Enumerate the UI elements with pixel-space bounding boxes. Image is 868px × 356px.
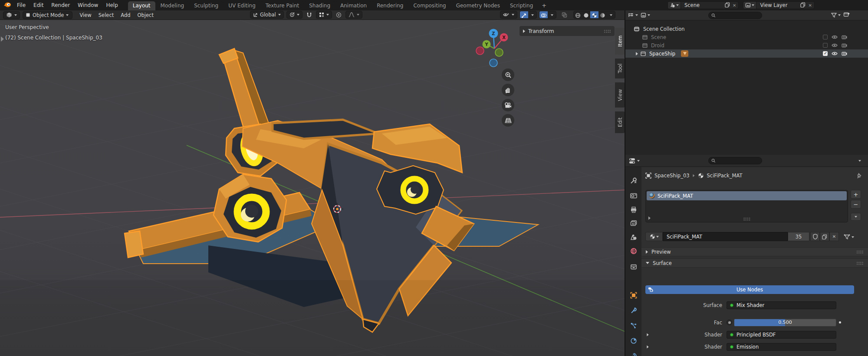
shading-dropdown[interactable]: [607, 11, 615, 19]
sidebar-tab-tool[interactable]: Tool: [615, 59, 625, 78]
surface-section-header[interactable]: Surface: [641, 258, 868, 268]
pin-icon[interactable]: [856, 173, 862, 180]
unlink-material-button[interactable]: ✕: [829, 232, 839, 241]
tab-physics-icon[interactable]: [627, 335, 640, 347]
scene-unlink-icon[interactable]: ✕: [733, 3, 736, 8]
view-layer-browse-button[interactable]: [743, 2, 756, 9]
fac-slider[interactable]: 0.500: [734, 319, 836, 327]
snap-toggle[interactable]: [305, 11, 313, 19]
gizmos-dropdown[interactable]: [528, 11, 536, 19]
fake-user-shield-button[interactable]: [810, 232, 820, 241]
tab-render-icon[interactable]: [627, 189, 640, 202]
tab-object-icon[interactable]: [627, 289, 640, 301]
sidebar-tab-view[interactable]: View: [615, 82, 625, 108]
show-gizmos-toggle[interactable]: [520, 11, 528, 19]
shading-solid-button[interactable]: [582, 11, 590, 19]
breadcrumb-object[interactable]: SpaceShip_03: [654, 173, 690, 179]
menu-object[interactable]: Object: [134, 12, 157, 18]
shader2-field[interactable]: Emission: [727, 343, 836, 351]
object-visibility-dropdown[interactable]: [500, 11, 517, 19]
material-name-field[interactable]: SciFiPack_MAT: [663, 232, 788, 241]
properties-search[interactable]: [708, 157, 762, 164]
tab-view-layer-icon[interactable]: [627, 217, 640, 229]
material-slot-list[interactable]: SciFiPack_MAT: [645, 190, 848, 222]
show-overlays-toggle[interactable]: [539, 11, 548, 19]
view-layer-remove-icon[interactable]: ✕: [808, 3, 812, 8]
menu-help[interactable]: Help: [102, 0, 122, 10]
slot-specials-dropdown[interactable]: [851, 213, 861, 221]
material-slot-selected[interactable]: SciFiPack_MAT: [647, 191, 847, 200]
view-layer-name[interactable]: View Layer: [756, 2, 798, 8]
exclude-checkbox[interactable]: [823, 43, 828, 48]
new-material-copy-button[interactable]: [820, 232, 829, 241]
menu-edit[interactable]: Edit: [30, 0, 47, 10]
tab-tool-icon[interactable]: [627, 175, 640, 187]
tab-layout[interactable]: Layout: [128, 1, 155, 10]
sidebar-tab-item[interactable]: Item: [615, 28, 625, 55]
zoom-view-button[interactable]: [502, 69, 514, 81]
tab-texture-paint[interactable]: Texture Paint: [261, 1, 304, 10]
fac-socket-icon[interactable]: [727, 320, 732, 325]
proportional-editing-toggle[interactable]: [335, 11, 343, 19]
outliner-row-scene[interactable]: Scene: [625, 33, 868, 41]
use-nodes-button[interactable]: Use Nodes: [645, 285, 854, 294]
hide-viewport-eye-icon[interactable]: [832, 43, 838, 48]
tab-collection-icon[interactable]: [627, 261, 640, 273]
tab-scene-icon[interactable]: [627, 231, 640, 243]
toolbar-expand-arrow[interactable]: [1, 36, 4, 42]
menu-window[interactable]: Window: [74, 0, 102, 10]
overlays-dropdown[interactable]: [548, 11, 556, 19]
panel-grip-icon[interactable]: [604, 29, 611, 33]
tab-compositing[interactable]: Compositing: [408, 1, 450, 10]
hide-viewport-eye-icon[interactable]: [832, 51, 838, 56]
pivot-point-dropdown[interactable]: [286, 11, 302, 19]
disable-render-camera-icon[interactable]: [842, 51, 847, 56]
breadcrumb-material[interactable]: SciFiPack_MAT: [707, 173, 743, 179]
viewport-3d[interactable]: Object Mode View Select Add Object Globa…: [0, 10, 625, 356]
scene-name[interactable]: Scene: [681, 2, 723, 8]
toggle-perspective-button[interactable]: [502, 114, 514, 127]
scene-browse-button[interactable]: [668, 2, 681, 9]
expand-icon[interactable]: [647, 333, 648, 336]
tab-world-icon[interactable]: [627, 245, 640, 257]
users-count-button[interactable]: 35: [788, 232, 809, 241]
new-collection-button[interactable]: [843, 12, 850, 19]
outliner-row-scene-collection[interactable]: Scene Collection: [625, 25, 868, 33]
transform-panel-header[interactable]: Transform: [519, 26, 615, 36]
blender-logo-icon[interactable]: [3, 2, 11, 9]
shading-material-button[interactable]: [590, 11, 598, 19]
transform-orientation-dropdown[interactable]: Global: [250, 11, 284, 19]
tab-shading[interactable]: Shading: [304, 1, 335, 10]
pan-view-button[interactable]: [502, 84, 514, 96]
shader1-field[interactable]: Principled BSDF: [727, 331, 836, 339]
outliner-filter-dropdown[interactable]: [831, 13, 841, 18]
properties-options-dropdown[interactable]: [858, 160, 861, 162]
scene-new-copy-icon[interactable]: [725, 2, 730, 9]
tab-constraints-icon[interactable]: [627, 350, 640, 356]
exclude-checkbox[interactable]: [823, 35, 828, 39]
tab-modifiers-icon[interactable]: [627, 304, 640, 317]
slot-list-expand-icon[interactable]: [648, 216, 651, 220]
fac-keyframe-dot[interactable]: [839, 321, 841, 323]
xray-toggle[interactable]: [560, 11, 569, 19]
hide-viewport-eye-icon[interactable]: [832, 35, 838, 39]
menu-add[interactable]: Add: [117, 12, 134, 18]
outliner-search-input[interactable]: [717, 13, 759, 18]
outliner-row-spaceship[interactable]: SpaceShip: [625, 49, 868, 58]
navigation-gizmo[interactable]: Z X Y: [471, 26, 519, 73]
panel-grip-icon[interactable]: [856, 261, 864, 265]
menu-file[interactable]: File: [13, 0, 30, 10]
tab-rendering[interactable]: Rendering: [372, 1, 408, 10]
view-layer-copy-icon[interactable]: [800, 2, 806, 9]
outliner-filter-id-dropdown[interactable]: [641, 13, 650, 18]
tab-animation[interactable]: Animation: [335, 1, 372, 10]
add-slot-button[interactable]: +: [851, 190, 861, 199]
expand-icon[interactable]: [647, 345, 648, 348]
tab-scripting[interactable]: Scripting: [505, 1, 538, 10]
surface-shader-field[interactable]: Mix Shader: [727, 301, 836, 309]
outliner-display-mode-dropdown[interactable]: [628, 13, 638, 18]
mode-dropdown[interactable]: Object Mode: [23, 11, 72, 19]
menu-render[interactable]: Render: [47, 0, 74, 10]
properties-search-input[interactable]: [717, 158, 759, 163]
panel-grip-icon[interactable]: [856, 250, 864, 254]
